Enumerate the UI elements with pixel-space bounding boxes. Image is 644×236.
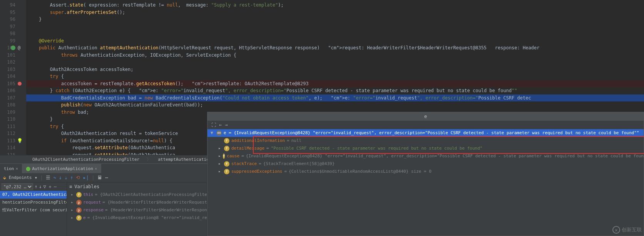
popup-field[interactable]: f additionalInformation = null <box>207 137 644 145</box>
line-number[interactable]: 103 <box>0 66 26 73</box>
code-line[interactable]: OAuth2AccessToken accessToken; <box>26 66 644 73</box>
debug-toolbar[interactable]: ⬙ Endpoints ▾ | ☰ ↷ ↓ ⇣ ↑ ⟲ ▸| | 🖩 ⋯ <box>0 173 207 182</box>
variable-node[interactable]: ▸f this = {OAuth2ClientAuthenticationPro… <box>67 191 207 199</box>
line-number[interactable]: 100 <box>0 44 26 52</box>
arrow-down-icon[interactable]: ↓ <box>39 184 42 189</box>
endpoints-label[interactable]: Endpoints <box>9 175 32 180</box>
debug-tab-2[interactable]: ⬤ AuthorizationApplication × <box>22 164 101 173</box>
variables-title: Variables <box>74 182 99 191</box>
close-icon[interactable]: × <box>16 166 18 171</box>
frames-panel[interactable]: "@7,232 … ↑ ↓ ▽ ＋ — 07, OAuth2ClientAuth… <box>0 182 67 236</box>
line-number[interactable]: 107 <box>0 94 26 102</box>
line-number[interactable]: 101 <box>0 52 26 59</box>
arrow-up-icon[interactable]: ↑ <box>35 184 37 189</box>
line-number-gutter[interactable]: 9495969798991001011021031041051061071081… <box>0 0 26 155</box>
code-line[interactable]: public Authentication attemptAuthenticat… <box>26 44 644 52</box>
thread-selector[interactable]: "@7,232 … <box>2 183 33 190</box>
variable-node[interactable]: ▸p request = {HeaderWriterFilter$HeaderW… <box>67 199 207 206</box>
debug-tabs[interactable]: tion × ⬤ AuthorizationApplication × <box>0 164 207 173</box>
endpoints-icon[interactable]: ⬙ <box>3 175 6 180</box>
code-line[interactable] <box>26 59 644 66</box>
link-icon[interactable]: ⛶ <box>211 122 216 128</box>
variables-panel[interactable]: ≡ Variables ▸f this = {OAuth2ClientAuthe… <box>67 182 207 236</box>
line-number[interactable]: 104 <box>0 73 26 80</box>
code-line[interactable]: Assert.state( expression: restTemplate !… <box>26 2 644 9</box>
plus-icon[interactable]: ＋ <box>48 184 52 190</box>
line-number[interactable]: 96 <box>0 16 26 23</box>
line-number[interactable]: 108 <box>0 101 26 109</box>
run-icon: ⬤ <box>26 166 30 171</box>
minus-icon[interactable]: — <box>54 184 57 189</box>
funnel-icon[interactable]: ▽ <box>43 184 46 189</box>
popup-field[interactable]: ▸f suppressedExceptions = {Collections$U… <box>207 168 644 175</box>
line-number[interactable]: 95 <box>0 9 26 16</box>
code-line[interactable] <box>26 23 644 30</box>
popup-title: e <box>207 112 644 121</box>
forward-icon[interactable]: → <box>225 122 227 128</box>
popup-field[interactable]: ▸f stackTrace = {StackTraceElement[58]@8… <box>207 160 644 168</box>
code-line[interactable]: @Override <box>26 37 644 45</box>
stack-frame[interactable]: 07, OAuth2ClientAuthentication <box>0 191 67 199</box>
stack-frame[interactable]: henticationProcessingFilter (o <box>0 199 67 206</box>
toolbar-icon[interactable]: ☰ <box>46 175 50 180</box>
line-number[interactable]: 112 <box>0 130 26 137</box>
code-line[interactable]: BadCredentialsException bad = new BadCre… <box>26 94 644 102</box>
close-icon[interactable]: × <box>95 166 97 171</box>
step-over-icon[interactable]: ↷ <box>53 175 56 180</box>
line-number[interactable]: 115 <box>0 152 26 155</box>
line-number[interactable]: 114 <box>0 144 26 152</box>
evaluate-icon[interactable]: 🖩 <box>97 175 102 180</box>
logo-icon: ✕ <box>612 226 620 234</box>
line-number[interactable]: 113 <box>0 137 26 145</box>
popup-field[interactable]: ▸f detailMessage = "Possible CSRF detect… <box>207 145 644 152</box>
evaluate-popup[interactable]: e ⛶ ← → ▼oo e = {InvalidRequestException… <box>207 112 644 236</box>
watermark: ✕ 创新互联 <box>612 226 642 234</box>
line-number[interactable]: 94 <box>0 2 26 9</box>
code-line[interactable]: super.afterPropertiesSet(); <box>26 9 644 16</box>
list-icon: ≡ <box>69 182 72 191</box>
line-number[interactable]: 102 <box>0 59 26 66</box>
line-number[interactable]: 110 <box>0 116 26 123</box>
chevron-down-icon[interactable]: ▾ <box>34 175 37 180</box>
more-icon[interactable]: ⋯ <box>105 175 108 180</box>
line-number[interactable]: 106 <box>0 87 26 94</box>
variable-node[interactable]: ▸p response = {HeaderWriterFilter$Header… <box>67 206 207 214</box>
chevron-right-icon: 〉 <box>144 157 153 162</box>
force-step-into-icon[interactable]: ⇣ <box>65 175 68 180</box>
back-icon[interactable]: ← <box>219 122 222 128</box>
code-line[interactable]: try { <box>26 73 644 80</box>
step-into-icon[interactable]: ↓ <box>59 175 62 180</box>
line-number[interactable]: 109 <box>0 109 26 116</box>
popup-root[interactable]: ▼oo e = {InvalidRequestException@8428} "… <box>207 129 644 137</box>
popup-field[interactable]: ▸f cause = {InvalidRequestException@8428… <box>207 152 644 160</box>
drop-frame-icon[interactable]: ⟲ <box>76 175 80 180</box>
line-number[interactable]: 98 <box>0 30 26 37</box>
code-line[interactable]: throws AuthenticationException, IOExcept… <box>26 52 644 59</box>
code-line[interactable]: } <box>26 16 644 23</box>
line-number[interactable]: 99 <box>0 37 26 45</box>
debug-tab-1[interactable]: tion × <box>0 164 22 173</box>
line-number[interactable]: 105 <box>0 80 26 88</box>
code-line[interactable]: } catch (OAuth2Exception e) { "cm">e: "e… <box>26 87 644 94</box>
line-number[interactable]: 97 <box>0 23 26 30</box>
code-line[interactable] <box>26 30 644 37</box>
run-to-cursor-icon[interactable]: ▸| <box>83 175 89 180</box>
line-number[interactable]: 111 <box>0 123 26 130</box>
variable-node[interactable]: ▸f e = {InvalidRequestException@8 "error… <box>67 214 207 222</box>
step-out-icon[interactable]: ↑ <box>70 175 74 180</box>
code-line[interactable]: accessToken = restTemplate.getAccessToke… <box>26 80 644 88</box>
breadcrumb-class[interactable]: OAuth2ClientAuthenticationProcessingFilt… <box>30 157 142 162</box>
code-line[interactable]: publish(new OAuth2AuthenticationFailureE… <box>26 101 644 109</box>
stack-frame[interactable]: 性ValTerFilter (com security web <box>0 206 67 214</box>
